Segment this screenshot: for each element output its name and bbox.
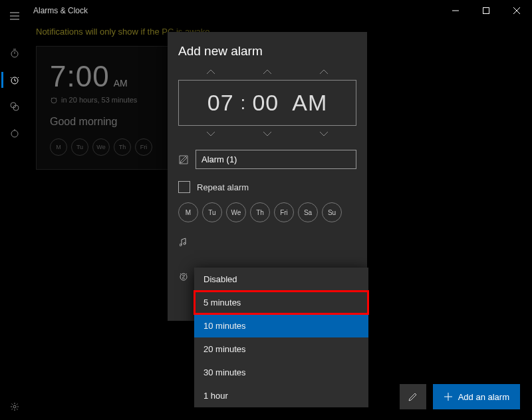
hour-up[interactable] [191,69,231,75]
day-toggle[interactable]: Fri [274,202,294,222]
dropdown-item[interactable]: 5 minutes [194,291,368,314]
ampm-down[interactable] [304,131,344,136]
sidebar-item-stopwatch[interactable] [1,120,28,146]
day-chip: We [92,138,110,156]
dropdown-item[interactable]: 1 hour [194,384,368,407]
minute-value[interactable]: 00 [245,90,285,116]
day-chip: Fri [135,138,152,156]
repeat-label: Repeat alarm [197,182,249,192]
sidebar [0,0,29,420]
edit-button[interactable] [400,384,426,409]
sidebar-item-worldclock[interactable] [1,93,28,120]
dropdown-item[interactable]: Disabled [194,268,368,291]
ampm-value[interactable]: AM [285,90,334,116]
titlebar: Alarms & Clock [0,0,532,21]
hour-value[interactable]: 07 [201,90,241,116]
ampm-up[interactable] [304,69,344,75]
sidebar-item-settings[interactable] [1,393,28,420]
sound-icon [178,237,189,246]
sidebar-item-alarm[interactable] [1,67,28,93]
minute-down[interactable] [247,131,287,136]
edit-icon [178,155,189,164]
repeat-checkbox[interactable] [178,181,190,193]
add-alarm-label: Add an alarm [458,392,509,402]
day-chip: M [50,138,67,156]
dropdown-item[interactable]: 20 minutes [194,337,368,361]
dialog-days: M Tu We Th Fri Sa Su [178,202,356,222]
time-box[interactable]: 07 : 00 AM [178,80,356,126]
day-toggle[interactable]: We [226,202,246,222]
hamburger-menu[interactable] [1,5,28,27]
time-picker: 07 : 00 AM [178,69,356,136]
day-toggle[interactable]: Th [250,202,270,222]
svg-point-5 [13,405,16,408]
day-chip: Th [114,138,131,156]
svg-rect-6 [483,8,489,14]
snooze-icon [178,272,189,281]
app-title: Alarms & Clock [33,6,440,15]
dropdown-item[interactable]: 30 minutes [194,361,368,384]
day-toggle[interactable]: M [178,202,198,222]
add-alarm-button[interactable]: Add an alarm [433,384,520,409]
minimize-button[interactable] [440,0,471,21]
alarm-name-input[interactable] [196,150,356,169]
day-toggle[interactable]: Su [322,202,342,222]
close-button[interactable] [501,0,532,21]
maximize-button[interactable] [471,0,501,21]
bottom-actions: Add an alarm [400,384,520,409]
snooze-dropdown[interactable]: Disabled 5 minutes 10 minutes 20 minutes… [194,268,368,407]
hour-down[interactable] [191,131,231,136]
dropdown-item[interactable]: 10 minutes [194,314,368,337]
day-chip: Tu [71,138,88,156]
day-toggle[interactable]: Sa [298,202,318,222]
svg-point-7 [51,98,57,103]
dialog-title: Add new alarm [178,44,356,59]
minute-up[interactable] [247,69,287,75]
svg-point-4 [11,130,18,137]
day-toggle[interactable]: Tu [202,202,222,222]
sidebar-item-timer[interactable] [1,40,28,67]
